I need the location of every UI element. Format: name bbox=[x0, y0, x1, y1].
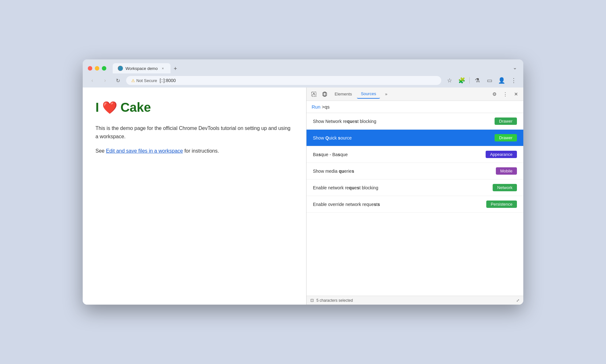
result-label: Enable override network requests bbox=[313, 202, 486, 207]
devtools-panel: Elements Sources » ⚙ ⋮ ✕ Run >qs Show bbox=[306, 87, 523, 305]
command-search-bar[interactable]: Run >qs bbox=[312, 104, 518, 110]
content-area: I ❤️ Cake This is the demo page for the … bbox=[83, 87, 523, 305]
tab-more-button[interactable]: » bbox=[381, 90, 391, 98]
back-button[interactable]: ‹ bbox=[88, 76, 97, 85]
result-badge: Appearance bbox=[486, 151, 517, 158]
extension-icon[interactable]: 🧩 bbox=[457, 76, 466, 85]
bottom-bar-icon: ⊡ bbox=[310, 298, 314, 303]
result-badge: Drawer bbox=[495, 118, 517, 125]
page-body: This is the demo page for the official C… bbox=[95, 124, 293, 155]
new-tab-button[interactable]: + bbox=[170, 64, 180, 73]
tab-bar: 🌐 Workspace demo × + bbox=[113, 63, 509, 73]
command-palette: Run >qs bbox=[307, 101, 523, 113]
result-badge: Persistence bbox=[486, 201, 517, 208]
heart-icon: ❤️ bbox=[102, 101, 117, 115]
forward-button[interactable]: › bbox=[101, 76, 110, 85]
result-badge: Drawer bbox=[495, 134, 517, 141]
address-input[interactable]: ⚠ Not Secure [::]:8000 bbox=[126, 76, 441, 85]
title-bar: 🌐 Workspace demo × + ⌄ bbox=[83, 59, 523, 73]
minimize-traffic-light[interactable] bbox=[95, 66, 99, 71]
close-devtools-button[interactable]: ✕ bbox=[511, 89, 521, 99]
result-label: Show media queries bbox=[313, 169, 496, 174]
split-view-icon[interactable]: ▭ bbox=[485, 76, 494, 85]
active-tab[interactable]: 🌐 Workspace demo × bbox=[113, 63, 170, 73]
address-bar-row: ‹ › ↻ ⚠ Not Secure [::]:8000 ☆ 🧩 ⚗ ▭ 👤 ⋮ bbox=[83, 73, 523, 87]
result-item[interactable]: Enable override network requestsPersiste… bbox=[307, 196, 523, 213]
tab-sources[interactable]: Sources bbox=[357, 89, 380, 99]
result-label: Enable network request blocking bbox=[313, 185, 493, 190]
url-text: [::]:8000 bbox=[160, 78, 176, 83]
more-options-icon[interactable]: ⋮ bbox=[500, 89, 510, 99]
heading-cake: Cake bbox=[120, 100, 151, 115]
svg-rect-1 bbox=[323, 93, 327, 96]
maximize-icon[interactable]: ⤢ bbox=[516, 298, 519, 303]
not-secure-label: Not Secure bbox=[136, 78, 157, 83]
result-label: Show Network request blocking bbox=[313, 119, 495, 124]
page-content: I ❤️ Cake This is the demo page for the … bbox=[83, 87, 306, 305]
browser-window: 🌐 Workspace demo × + ⌄ ‹ › ↻ ⚠ Not Secur… bbox=[83, 59, 523, 305]
tab-close-button[interactable]: × bbox=[160, 66, 165, 71]
page-heading: I ❤️ Cake bbox=[95, 100, 293, 115]
command-query-text: >qs bbox=[322, 104, 330, 110]
workspace-link[interactable]: Edit and save files in a workspace bbox=[106, 148, 183, 154]
warning-icon: ⚠ bbox=[131, 78, 135, 83]
traffic-lights bbox=[88, 66, 106, 71]
result-badge: Mobile bbox=[496, 167, 517, 175]
tab-title: Workspace demo bbox=[125, 66, 158, 71]
settings-icon[interactable]: ⚙ bbox=[489, 89, 499, 99]
result-item[interactable]: Enable network request blockingNetwork bbox=[307, 179, 523, 196]
tab-elements[interactable]: Elements bbox=[331, 90, 356, 98]
profile-icon[interactable]: 👤 bbox=[497, 76, 506, 85]
result-label: Basque - Basque bbox=[313, 152, 486, 157]
body-paragraph-2: See Edit and save files in a workspace f… bbox=[95, 147, 293, 155]
result-label: Show Quick source bbox=[313, 135, 495, 140]
browser-menu-button[interactable]: ⌄ bbox=[513, 64, 518, 72]
close-traffic-light[interactable] bbox=[88, 66, 92, 71]
tab-favicon-icon: 🌐 bbox=[118, 66, 123, 71]
results-list: Show Network request blockingDrawerShow … bbox=[307, 113, 523, 296]
reload-button[interactable]: ↻ bbox=[113, 76, 122, 85]
result-item[interactable]: Show Network request blockingDrawer bbox=[307, 113, 523, 130]
heading-i: I bbox=[95, 100, 99, 115]
chrome-menu-icon[interactable]: ⋮ bbox=[509, 76, 518, 85]
toolbar-right: ⚙ ⋮ ✕ bbox=[489, 89, 521, 99]
body-paragraph-1: This is the demo page for the official C… bbox=[95, 124, 293, 140]
result-badge: Network bbox=[493, 184, 517, 191]
result-item[interactable]: Show media queriesMobile bbox=[307, 163, 523, 179]
maximize-traffic-light[interactable] bbox=[102, 66, 106, 71]
result-item[interactable]: Basque - BasqueAppearance bbox=[307, 146, 523, 163]
devtools-bottom-bar: ⊡ 5 characters selected ⤢ bbox=[307, 296, 523, 305]
result-item[interactable]: Show Quick sourceDrawer bbox=[307, 130, 523, 146]
address-bar-actions: ☆ 🧩 ⚗ ▭ 👤 ⋮ bbox=[445, 76, 518, 85]
not-secure-indicator: ⚠ Not Secure bbox=[131, 78, 157, 83]
bottom-bar-text: 5 characters selected bbox=[316, 298, 353, 303]
separator bbox=[469, 77, 470, 84]
device-toolbar-button[interactable] bbox=[320, 89, 330, 99]
inspect-element-button[interactable] bbox=[309, 89, 319, 99]
run-label: Run bbox=[312, 104, 321, 110]
lab-icon[interactable]: ⚗ bbox=[473, 76, 482, 85]
devtools-toolbar: Elements Sources » ⚙ ⋮ ✕ bbox=[307, 87, 523, 101]
bookmark-icon[interactable]: ☆ bbox=[445, 76, 454, 85]
